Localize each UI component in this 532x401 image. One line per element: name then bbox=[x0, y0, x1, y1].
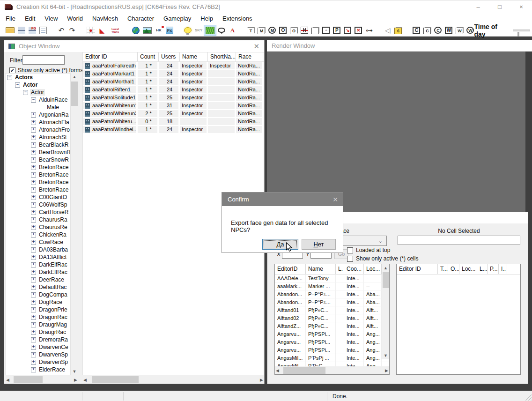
expand-icon[interactable]: + bbox=[31, 352, 36, 357]
tree-item-bretonrace[interactable]: +BretonRace bbox=[6, 178, 70, 186]
marker-c-cube-icon[interactable]: C bbox=[423, 28, 431, 34]
object-list-column-header[interactable]: Editor ID bbox=[83, 52, 138, 61]
tree-item-dragonrac[interactable]: +DragonRac bbox=[6, 313, 70, 321]
checkbox-icon[interactable] bbox=[347, 256, 353, 262]
expand-icon[interactable]: + bbox=[31, 135, 36, 140]
scroll-down-icon[interactable]: ▼ bbox=[71, 368, 78, 375]
menu-view[interactable]: View bbox=[40, 13, 62, 24]
tree-item-c06wolfsp[interactable]: +C06WolfSp bbox=[6, 201, 70, 208]
undo-icon[interactable]: ↶ bbox=[58, 26, 65, 34]
sound-marker-icon[interactable]: ◁ bbox=[384, 26, 391, 34]
dialogue-icon[interactable] bbox=[218, 28, 225, 33]
expand-icon[interactable]: + bbox=[31, 157, 36, 163]
expand-icon[interactable]: + bbox=[31, 120, 36, 125]
tree-item-male[interactable]: Male bbox=[6, 104, 70, 111]
cells-vertical-scrollbar[interactable]: ▲ ▼ bbox=[382, 264, 389, 359]
marker-p-square-icon[interactable]: P bbox=[333, 27, 340, 34]
menu-extensions[interactable]: Extensions bbox=[218, 13, 257, 24]
collapse-icon[interactable]: − bbox=[31, 97, 36, 103]
object-list-row[interactable]: aaaPatrolWhiterun11 *31InspectorNordRa..… bbox=[83, 102, 264, 110]
object-list-column-header[interactable]: Users bbox=[159, 52, 180, 61]
tree-item-atronachfro[interactable]: +AtronachFro bbox=[6, 126, 70, 134]
expand-icon[interactable]: + bbox=[31, 112, 36, 118]
navmesh-icon[interactable]: A bbox=[229, 26, 236, 34]
expand-icon[interactable]: + bbox=[31, 165, 36, 170]
tree-item-dogcompa[interactable]: +DogCompa bbox=[6, 291, 70, 298]
tree-item-atronachst[interactable]: +AtronachSt bbox=[6, 134, 70, 141]
cube-icon[interactable] bbox=[311, 28, 319, 34]
marker-w-cube-icon[interactable]: W bbox=[456, 28, 463, 34]
scrollbar-thumb[interactable] bbox=[283, 367, 325, 374]
object-list-column-header[interactable]: Name bbox=[180, 52, 208, 61]
object-list-column-header[interactable]: Count bbox=[138, 52, 159, 61]
checkbox-checked-icon[interactable]: ✓ bbox=[9, 67, 15, 74]
landscape-icon[interactable] bbox=[143, 27, 152, 34]
cell-row[interactable]: Angarvu...РђРЅРі...Inte...Ang... bbox=[275, 346, 389, 354]
world-icon[interactable] bbox=[132, 27, 140, 34]
object-list-column-header[interactable]: Race bbox=[236, 52, 263, 61]
expand-icon[interactable]: + bbox=[31, 195, 36, 200]
scroll-right-icon[interactable]: ▶ bbox=[74, 378, 77, 382]
tree-item-bearsnowr[interactable]: +BearSnowR bbox=[6, 156, 70, 163]
expand-icon[interactable]: + bbox=[31, 202, 36, 208]
cell-row[interactable]: AngasMil...Р’РѕРј ...Inte...Ang... bbox=[275, 354, 389, 362]
expand-icon[interactable]: + bbox=[31, 315, 36, 320]
object-list-row[interactable]: aaaPatrolWhiterun22 *25InspectorNordRa..… bbox=[83, 110, 264, 118]
marker-c-circle-icon[interactable]: C bbox=[434, 27, 442, 34]
expand-icon[interactable]: + bbox=[31, 217, 36, 223]
object-list-column-header[interactable]: ShortNa... bbox=[208, 52, 236, 61]
cell-table-column-header[interactable]: O... bbox=[448, 264, 459, 274]
link-icon[interactable]: ⊶ bbox=[365, 26, 373, 34]
scrollbar-thumb[interactable] bbox=[92, 376, 139, 383]
expand-icon[interactable]: + bbox=[31, 210, 36, 215]
cell-table-column-header[interactable]: L. bbox=[336, 264, 344, 274]
tree-item-actor[interactable]: −Actor bbox=[6, 89, 70, 96]
snap-to-angle-icon[interactable]: ◣ bbox=[98, 26, 106, 34]
cell-table-column-header[interactable]: Editor ID bbox=[397, 264, 438, 274]
list-horizontal-scrollbar[interactable]: ◀ ▶ bbox=[82, 376, 264, 384]
object-list-row[interactable]: aaaPatrolMorthal11 *24InspectorNordRa... bbox=[83, 78, 264, 86]
tree-item-dragonprie[interactable]: +DragonPrie bbox=[6, 306, 70, 313]
tree-item-dwarvensp[interactable]: +DwarvenSp bbox=[6, 358, 70, 366]
open-icon[interactable] bbox=[6, 27, 15, 33]
grass-icon[interactable] bbox=[206, 27, 214, 34]
tree-item-elderrace[interactable]: +ElderRace bbox=[6, 366, 70, 373]
expand-icon[interactable]: + bbox=[31, 270, 36, 275]
tree-item-draugrmag[interactable]: +DraugrMag bbox=[6, 321, 70, 328]
tree-item-alduinrace[interactable]: −AlduinRace bbox=[6, 96, 70, 104]
cell-row[interactable]: AAADele...TestTonyInte...-- bbox=[275, 275, 389, 282]
marker-t-cube-icon[interactable]: T bbox=[247, 28, 254, 34]
tree-item-defaultrac[interactable]: +DefaultRac bbox=[6, 283, 70, 291]
scroll-down-icon[interactable]: ▼ bbox=[382, 352, 389, 359]
cell-row[interactable]: AlftandZ...РђР»С...Inte...Alft... bbox=[275, 322, 389, 330]
snap-to-grid-icon[interactable]: ● bbox=[87, 27, 95, 34]
cell-table-column-header[interactable]: L... bbox=[477, 264, 488, 274]
expand-icon[interactable]: + bbox=[31, 255, 36, 260]
cell-table-column-header[interactable]: Name bbox=[306, 264, 336, 274]
cell-row[interactable]: Alftand01РђР»С...Inte...Alft... bbox=[275, 306, 389, 314]
scroll-up-icon[interactable]: ▲ bbox=[71, 73, 78, 81]
marker-m-cube-icon[interactable]: M bbox=[258, 28, 265, 34]
expand-icon[interactable]: + bbox=[31, 172, 36, 178]
scrollbar-thumb[interactable] bbox=[383, 272, 389, 288]
cell-table-column-header[interactable]: EditorID bbox=[275, 264, 306, 274]
scroll-left-icon[interactable]: ◀ bbox=[276, 368, 279, 373]
render-window-titlebar[interactable]: Render Window bbox=[267, 40, 532, 52]
expand-icon[interactable]: + bbox=[31, 300, 36, 305]
marker-m-circle-icon[interactable]: M bbox=[268, 27, 276, 34]
expand-icon[interactable]: + bbox=[31, 247, 36, 252]
cell-row[interactable]: Angarvu...РђРЅРі...Inte...Ang... bbox=[275, 338, 389, 346]
collapse-icon[interactable]: − bbox=[15, 82, 20, 88]
edit-details-icon[interactable] bbox=[39, 27, 47, 34]
tree-item-dremorara[interactable]: +DremoraRa bbox=[6, 336, 70, 343]
tree-item-chaurusra[interactable]: +ChaurusRa bbox=[6, 216, 70, 223]
expand-icon[interactable]: + bbox=[31, 307, 36, 312]
cells-horizontal-scrollbar[interactable]: ◀ ▶ bbox=[275, 366, 389, 374]
object-list-row[interactable]: aaaPatrolWhiteru...0 *18NordRa... bbox=[83, 118, 264, 126]
cell-table-column-header[interactable]: T... bbox=[438, 264, 448, 274]
collapse-icon[interactable]: − bbox=[7, 75, 12, 80]
gold-icon[interactable]: € bbox=[394, 28, 402, 34]
room-marker-icon[interactable]: ↘ bbox=[344, 27, 351, 34]
cell-row[interactable]: Abandon...Р–Р°Р±...Inte...Aba... bbox=[275, 290, 389, 298]
object-window-close-icon[interactable]: ✕ bbox=[253, 42, 259, 51]
